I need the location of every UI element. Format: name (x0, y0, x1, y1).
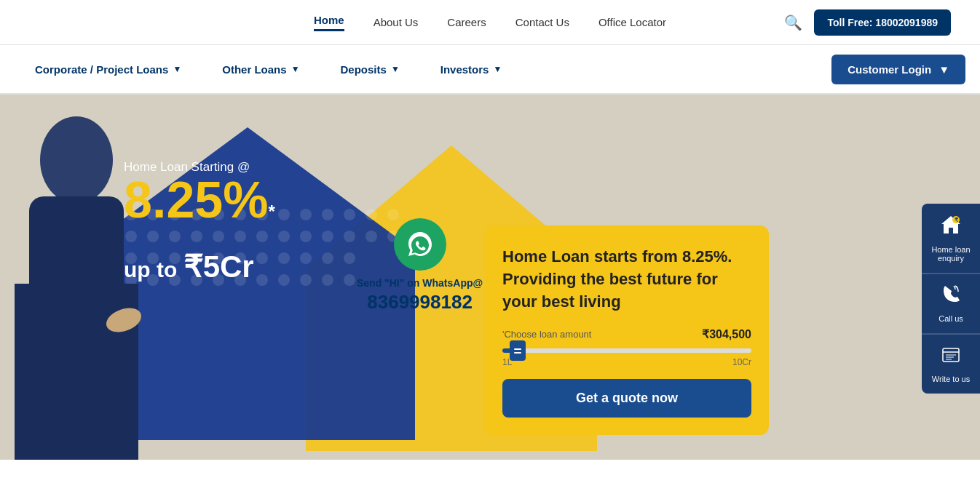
nav-corporate-loans[interactable]: Corporate / Project Loans ▼ (15, 45, 202, 93)
svg-point-39 (322, 252, 333, 264)
nav-investors[interactable]: Investors ▼ (420, 45, 523, 93)
top-nav-right: 🔍 Toll Free: 18002091989 (784, 9, 951, 36)
chevron-down-icon: ▼ (938, 63, 949, 76)
svg-point-52 (344, 274, 355, 286)
nav-home[interactable]: Home (314, 14, 344, 31)
hero-upto-text: up to ₹5Cr (124, 249, 275, 284)
home-loan-enquiry-item[interactable]: ₹ Home loan enquiry (922, 204, 980, 274)
slider-thumb-line-2 (514, 352, 521, 354)
search-button[interactable]: 🔍 (784, 14, 802, 31)
svg-point-12 (344, 209, 355, 220)
write-icon (941, 345, 961, 370)
nav-careers[interactable]: Careers (447, 16, 486, 28)
top-navigation: Home About Us Careers Contact Us Office … (0, 0, 980, 45)
home-loan-icon: ₹ (940, 214, 962, 241)
slider-thumb-line-1 (514, 348, 521, 350)
nav-other-loans[interactable]: Other Loans ▼ (202, 45, 320, 93)
home-loan-enquiry-label: Home loan enquiry (928, 245, 974, 263)
chevron-down-icon: ▼ (291, 64, 300, 74)
svg-point-25 (322, 231, 333, 242)
deposits-label: Deposits (341, 63, 387, 76)
whatsapp-number: 8369998182 (357, 291, 483, 314)
chevron-down-icon: ▼ (173, 64, 181, 74)
svg-point-37 (278, 252, 290, 264)
hero-rate: 8.25%* (124, 175, 275, 243)
loan-amount-row: 'Choose loan amount ₹304,500 (502, 327, 751, 341)
svg-point-40 (344, 252, 355, 264)
top-nav-links: Home About Us Careers Contact Us Office … (314, 14, 666, 31)
corporate-loans-label: Corporate / Project Loans (35, 63, 168, 76)
whatsapp-send-text: Send "HI" on WhatsApp@ (357, 276, 483, 291)
chevron-down-icon: ▼ (391, 64, 400, 74)
customer-login-label: Customer Login (847, 63, 931, 76)
whatsapp-icon (394, 218, 446, 271)
svg-point-9 (278, 209, 290, 220)
slider-max-label: 10Cr (732, 357, 751, 367)
chevron-down-icon: ▼ (493, 64, 502, 74)
svg-point-54 (40, 116, 113, 204)
slider-labels: 1L 10Cr (502, 357, 751, 367)
loan-slider-track[interactable] (502, 348, 751, 353)
svg-point-38 (300, 252, 312, 264)
slider-thumb[interactable] (510, 340, 526, 361)
svg-point-51 (322, 274, 333, 286)
loan-amount-value: ₹304,500 (702, 327, 751, 341)
search-icon: 🔍 (784, 15, 802, 31)
loan-amount-label: 'Choose loan amount (502, 329, 591, 340)
svg-point-23 (278, 231, 290, 242)
toll-free-button[interactable]: Toll Free: 18002091989 (814, 9, 951, 36)
hero-section: Home Loan Starting @ 8.25%* up to ₹5Cr S… (0, 95, 980, 460)
other-loans-label: Other Loans (222, 63, 286, 76)
side-panel: ₹ Home loan enquiry Call us (922, 204, 980, 394)
loan-quote-panel: Home Loan starts from 8.25%. Providing t… (485, 225, 769, 435)
get-quote-button[interactable]: Get a quote now (502, 379, 751, 418)
phone-icon (941, 284, 961, 310)
call-us-label: Call us (938, 314, 963, 323)
svg-point-11 (322, 209, 333, 220)
svg-point-26 (344, 231, 355, 242)
svg-point-49 (278, 274, 290, 286)
write-to-us-item[interactable]: Write to us (922, 335, 980, 394)
hero-text: Home Loan Starting @ 8.25%* up to ₹5Cr (124, 160, 275, 284)
secondary-navigation: Corporate / Project Loans ▼ Other Loans … (0, 45, 980, 95)
svg-point-24 (300, 231, 312, 242)
nav-contact[interactable]: Contact Us (515, 16, 569, 28)
write-to-us-label: Write to us (932, 375, 970, 383)
nav-office[interactable]: Office Locator (598, 16, 666, 28)
nav-deposits[interactable]: Deposits ▼ (320, 45, 420, 93)
nav-about[interactable]: About Us (374, 16, 419, 28)
loan-panel-heading: Home Loan starts from 8.25%. Providing t… (502, 246, 751, 313)
investors-label: Investors (440, 63, 489, 76)
customer-login-button[interactable]: Customer Login ▼ (831, 55, 965, 84)
svg-point-50 (300, 274, 312, 286)
svg-point-10 (300, 209, 312, 220)
call-us-item[interactable]: Call us (922, 274, 980, 334)
whatsapp-block[interactable]: Send "HI" on WhatsApp@ 8369998182 (357, 218, 483, 314)
